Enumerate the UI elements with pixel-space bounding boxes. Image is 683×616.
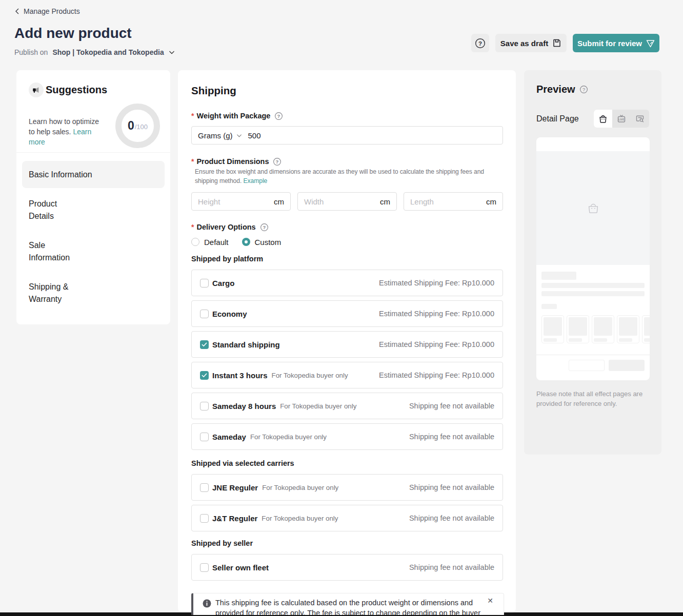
svg-text:?: ? [582,87,585,92]
svg-text:?: ? [263,224,266,230]
svg-text:?: ? [478,40,482,47]
svg-text:?: ? [277,113,280,118]
svg-text:?: ? [276,158,279,164]
svg-text:LIVE: LIVE [618,118,625,121]
